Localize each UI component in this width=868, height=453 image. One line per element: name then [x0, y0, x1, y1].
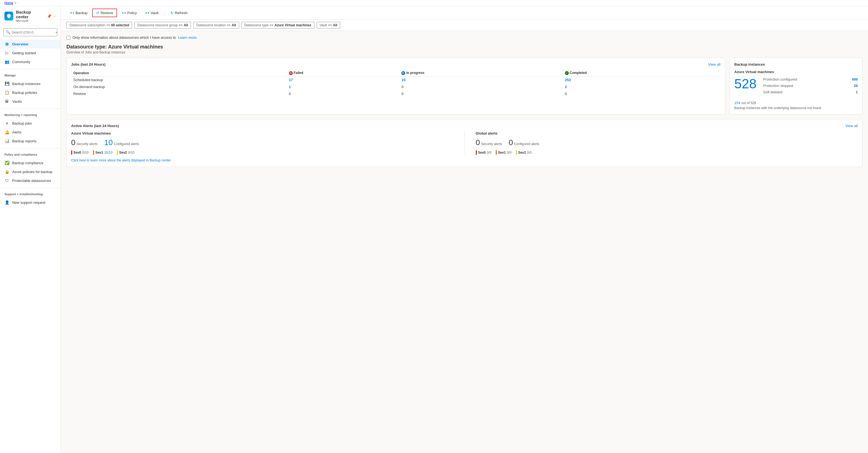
- bi-configured-val[interactable]: 499: [852, 77, 858, 82]
- completed-status-icon: ✓: [565, 71, 569, 75]
- filter-dst-key: Datasource type: [244, 23, 269, 27]
- filter-subscription[interactable]: Datasource subscription == 60 selected: [66, 22, 132, 29]
- global-alerts-title: Global alerts: [476, 131, 858, 135]
- global-sev1-bar: [496, 150, 497, 155]
- policy-label: + Policy: [124, 11, 137, 15]
- access-filter-checkbox[interactable]: [66, 36, 70, 39]
- policy-button[interactable]: + + Policy: [118, 9, 140, 17]
- sidebar-item-label-vaults: Vaults: [12, 99, 22, 103]
- bi-stopped-val[interactable]: 28: [854, 84, 858, 88]
- azure-vm-alerts-title: Azure Virtual machines: [71, 131, 454, 135]
- global-sev0-bar: [476, 150, 477, 155]
- breadcrumb-home[interactable]: Home: [4, 1, 13, 5]
- filter-vault-op: ==: [328, 23, 332, 27]
- backup-jobs-icon: ≡: [4, 121, 9, 126]
- sidebar-item-label-azure-policies: Azure policies for backup: [12, 170, 52, 174]
- collapse-icon[interactable]: «: [55, 30, 58, 35]
- bi-big-number[interactable]: 528: [734, 77, 756, 91]
- job-row-2-failed: 0: [287, 90, 399, 97]
- filter-rg-op: ==: [179, 23, 183, 27]
- sidebar-item-backup-compliance[interactable]: ✅ Backup compliance: [0, 158, 61, 167]
- alerts-sections: Azure Virtual machines 0 Security alerts…: [71, 131, 858, 155]
- filter-subscription-key: Datasource subscription: [69, 23, 105, 27]
- svg-rect-1: [8, 18, 9, 19]
- sev2-label: Sev2: [119, 151, 127, 154]
- search-box[interactable]: 🔍 «: [3, 28, 57, 36]
- sev0-bar: [71, 150, 72, 155]
- alerts-footer: Click here to learn more about the alert…: [71, 158, 858, 162]
- sev0-val: 0/10: [82, 151, 89, 154]
- sidebar-item-backup-policies[interactable]: 📋 Backup policies: [0, 88, 61, 97]
- global-sev2-label: Sev2: [518, 151, 526, 154]
- global-sev-row: Sev0 0/0 Sev1 0/0 Sev2 0/0: [476, 150, 858, 155]
- alerts-footer-link[interactable]: Click here to learn more about the alert…: [71, 158, 171, 162]
- job-row-1-failed[interactable]: 1: [289, 85, 291, 89]
- nav-section-monitoring: ≡ Backup jobs 🔔 Alerts 📊 Backup reports: [0, 118, 61, 147]
- global-sev1: Sev1 0/0: [496, 150, 512, 155]
- vault-button[interactable]: + + Vault: [142, 9, 162, 17]
- refresh-button[interactable]: ↻ Refresh: [167, 9, 191, 17]
- filter-rg-key: Datasource resource group: [137, 23, 178, 27]
- bi-bottom: 154 out of 528 Backup instances with the…: [734, 101, 858, 110]
- sidebar-item-vaults[interactable]: 🏛 Vaults: [0, 97, 61, 106]
- job-row-0-inprogress[interactable]: 15: [401, 78, 405, 82]
- sev1-val[interactable]: 10/10: [104, 151, 113, 154]
- jobs-col-inprogress-label: In progress: [406, 71, 424, 75]
- nav-section-main: ⊞ Overview ▷ Getting started 👥 Community: [0, 38, 61, 67]
- global-configured-count: 0: [509, 138, 513, 147]
- learn-more-link[interactable]: Learn more.: [178, 35, 197, 39]
- job-row-1-inprogress: 0: [399, 83, 562, 90]
- filter-rg-val: All: [184, 23, 188, 27]
- jobs-view-all-link[interactable]: View all: [708, 62, 720, 66]
- sidebar-item-azure-policies[interactable]: 🔒 Azure policies for backup: [0, 167, 61, 176]
- job-row-0-completed[interactable]: 253: [565, 78, 571, 82]
- jobs-table: Operation ✕ Failed ↻ In progress: [71, 70, 720, 97]
- filter-location[interactable]: Datasource location == All: [193, 22, 239, 29]
- sev2-val: 0/10: [128, 151, 134, 154]
- global-sev2-val: 0/0: [527, 151, 532, 154]
- pin-icon[interactable]: 📌: [47, 14, 52, 18]
- bi-not-found-text: Backup instances with the underlying dat…: [734, 106, 858, 110]
- sidebar-item-getting-started[interactable]: ▷ Getting started: [0, 49, 61, 57]
- sidebar-item-new-support[interactable]: 👤 New support request: [0, 198, 61, 207]
- global-sev2-bar: [516, 150, 517, 155]
- sidebar-item-label-backup-compliance: Backup compliance: [12, 161, 43, 165]
- azure-vm-alerts-summary: 0 Security alerts 10 Configured alerts: [71, 138, 454, 147]
- backup-instances-title-text: Backup instances: [734, 62, 765, 66]
- bi-configured-label: Protection configured: [763, 77, 797, 82]
- sidebar-item-protectable-datasources[interactable]: 🛡 Protectable datasources: [0, 176, 61, 185]
- bi-vm-title: Azure Virtual machines: [734, 70, 858, 74]
- restore-label: Restore: [100, 11, 113, 15]
- search-input[interactable]: [12, 30, 54, 34]
- sidebar-item-backup-instances[interactable]: 💾 Backup instances: [0, 79, 61, 88]
- vaults-icon: 🏛: [4, 99, 9, 104]
- bi-not-found-link[interactable]: 154: [734, 101, 740, 105]
- jobs-card: Jobs (last 24 Hours) View all Operation …: [66, 58, 725, 115]
- job-row-0-failed[interactable]: 17: [289, 78, 293, 82]
- sidebar-item-community[interactable]: 👥 Community: [0, 57, 61, 66]
- bi-softdeleted-val[interactable]: 1: [856, 90, 858, 94]
- job-row-2-inprogress: 0: [399, 90, 562, 97]
- cards-row: Jobs (last 24 Hours) View all Operation …: [66, 58, 863, 115]
- header-actions[interactable]: 📌 ···: [47, 14, 56, 18]
- backup-reports-icon: 📊: [4, 139, 9, 144]
- filter-resource-group[interactable]: Datasource resource group == All: [134, 22, 191, 29]
- filter-datasource-type[interactable]: Datasource type == Azure Virtual machine…: [241, 22, 314, 29]
- alerts-view-all-link[interactable]: View all: [845, 124, 858, 128]
- sidebar-item-backup-reports[interactable]: 📊 Backup reports: [0, 137, 61, 145]
- breadcrumb: Home >: [0, 0, 868, 6]
- backup-button[interactable]: + + Backup: [66, 9, 91, 17]
- global-security-count-group: 0 Security alerts: [476, 138, 502, 147]
- filter-vault[interactable]: Vault == All: [317, 22, 340, 29]
- job-row-1-completed[interactable]: 2: [565, 85, 567, 89]
- sidebar-item-backup-jobs[interactable]: ≡ Backup jobs: [0, 119, 61, 128]
- app-icon: [4, 12, 13, 21]
- sidebar-item-alerts[interactable]: 🔔 Alerts: [0, 128, 61, 137]
- alerts-section-global: Global alerts 0 Security alerts 0 Config…: [476, 131, 858, 155]
- more-icon[interactable]: ···: [53, 14, 56, 18]
- global-alerts-summary: 0 Security alerts 0 Configured alerts: [476, 138, 858, 147]
- restore-button[interactable]: ↺ Restore: [92, 8, 117, 17]
- page-title: Datasource type: Azure Virtual machines: [66, 44, 863, 50]
- breadcrumb-separator: >: [14, 1, 16, 5]
- sidebar-item-overview[interactable]: ⊞ Overview: [0, 39, 61, 49]
